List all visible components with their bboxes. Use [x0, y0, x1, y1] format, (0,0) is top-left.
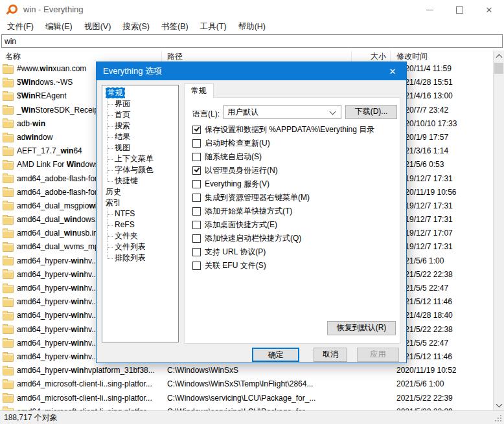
menu-item[interactable]: 视图(V)	[78, 19, 117, 34]
column-header-size[interactable]: 大小	[352, 50, 391, 62]
tree-item-上下文菜单[interactable]: 上下文菜单	[102, 153, 178, 164]
table-row[interactable]: amd64_microsoft-client-li..sing-platfor.…	[0, 392, 493, 405]
scroll-up-button[interactable]	[494, 50, 504, 61]
tree-item-常规[interactable]: 常规	[102, 87, 178, 98]
file-name: amd64_hyperv-winhv...	[17, 282, 98, 295]
checkbox-unchecked-icon[interactable]	[192, 180, 201, 188]
folder-icon	[3, 216, 14, 225]
window-titlebar: win - Everything ✕	[0, 0, 504, 19]
table-row[interactable]: amd64_microsoft-client-li..sing-platfor.…	[0, 377, 493, 391]
checkbox-unchecked-icon[interactable]	[192, 194, 201, 202]
checkbox-row[interactable]: 添加桌面快捷方式(E)	[192, 219, 277, 230]
file-name: amd64_dual_wvms_mp...	[17, 240, 106, 254]
scrollbar-thumb[interactable]	[494, 63, 503, 74]
folder-icon	[3, 285, 14, 293]
tree-item-排除列表[interactable]: 排除列表	[102, 252, 178, 263]
restore-defaults-button[interactable]: 恢复到默认(R)	[327, 321, 396, 335]
checkbox-row[interactable]: 添加快速启动栏快捷方式(Q)	[192, 233, 301, 243]
ok-button[interactable]: 确定	[252, 348, 299, 362]
folder-icon	[3, 134, 14, 142]
menu-item[interactable]: 编辑(E)	[40, 19, 78, 34]
checkbox-row[interactable]: Everything 服务(V)	[192, 179, 269, 189]
menu-item[interactable]: 工具(T)	[194, 19, 233, 34]
folder-icon	[3, 106, 14, 115]
tree-item-视图[interactable]: 视图	[102, 142, 178, 153]
close-button[interactable]: ✕	[474, 0, 504, 19]
folder-icon	[3, 230, 14, 238]
checkbox-label: 添加开始菜单快捷方式(T)	[205, 206, 292, 217]
minimize-button[interactable]	[415, 0, 444, 19]
tree-item-界面[interactable]: 界面	[102, 98, 178, 109]
scroll-down-button[interactable]	[494, 399, 504, 410]
file-name: $Windows.~WS	[17, 76, 73, 89]
checkbox-label: 启动时检查更新(U)	[205, 138, 270, 149]
menu-item[interactable]: 搜索(S)	[117, 19, 155, 34]
tree-item-selected-label: 常规	[106, 87, 125, 98]
folder-icon	[3, 367, 14, 375]
checkbox-unchecked-icon[interactable]	[192, 139, 201, 148]
tree-item-结果[interactable]: 结果	[102, 131, 178, 142]
minimize-icon	[426, 10, 433, 10]
checkbox-row[interactable]: 支持 URL 协议(P)	[192, 247, 266, 257]
checkbox-checked-icon[interactable]	[192, 166, 201, 175]
language-selected-value: 用户默认	[227, 107, 258, 117]
tree-item-NTFS[interactable]: NTFS	[102, 208, 178, 219]
column-header-modified[interactable]: 修改时间	[391, 50, 490, 62]
row-modified-cell: 2021/5/6 1:00	[391, 377, 493, 391]
tab-general[interactable]: 常规	[184, 84, 214, 98]
cancel-button[interactable]: 取消	[314, 348, 347, 362]
checkbox-unchecked-icon[interactable]	[192, 234, 201, 243]
file-name: amd64_dual_windows...	[17, 213, 102, 227]
window-title: win - Everything	[23, 0, 83, 19]
tree-item-搜索[interactable]: 搜索	[102, 120, 178, 131]
dialog-close-button[interactable]: ✕	[379, 62, 406, 80]
menu-item[interactable]: 帮助(H)	[233, 19, 271, 34]
tree-item-快捷键[interactable]: 快捷键	[102, 175, 178, 186]
general-tab-page: 语言(L): 用户默认 下载(D)... 保存设置和数据到 %APPDATA%\…	[184, 97, 400, 344]
checkbox-row[interactable]: 保存设置和数据到 %APPDATA%\Everything 目录	[192, 124, 374, 135]
checkbox-unchecked-icon[interactable]	[192, 248, 201, 256]
tree-item-文件夹[interactable]: 文件夹	[102, 230, 178, 241]
tree-item-索引[interactable]: 索引	[102, 197, 178, 208]
tree-item-ReFS[interactable]: ReFS	[102, 219, 178, 230]
checkbox-unchecked-icon[interactable]	[192, 207, 201, 216]
language-select[interactable]: 用户默认	[223, 105, 341, 119]
checkbox-row[interactable]: 关联 EFU 文件(S)	[192, 260, 266, 271]
checkbox-unchecked-icon[interactable]	[192, 221, 201, 229]
checkbox-unchecked-icon[interactable]	[192, 262, 201, 270]
row-path-cell: C:\Windows\servicing\LCU\Package_for_...	[162, 392, 356, 405]
menu-item[interactable]: 书签(B)	[155, 19, 194, 34]
file-name: amd64_hyperv-winhvplatform_31bf38...	[17, 364, 155, 377]
tree-item-历史[interactable]: 历史	[102, 186, 178, 197]
checkbox-row[interactable]: 集成到资源管理器右键菜单(M)	[192, 192, 310, 203]
checkbox-unchecked-icon[interactable]	[192, 153, 201, 161]
maximize-button[interactable]	[444, 0, 474, 19]
checkbox-row[interactable]: 随系统自启动(S)	[192, 151, 262, 162]
checkbox-label: 添加快速启动栏快捷方式(Q)	[205, 233, 301, 244]
checkbox-checked-icon[interactable]	[192, 126, 201, 134]
download-button[interactable]: 下载(D)...	[345, 105, 397, 119]
table-row[interactable]: amd64_hyperv-winhvplatform_31bf38...C:\W…	[0, 364, 493, 377]
tree-item-字体与颜色[interactable]: 字体与颜色	[102, 164, 178, 175]
resize-grip[interactable]	[500, 420, 501, 421]
tree-item-首页[interactable]: 首页	[102, 109, 178, 120]
menu-item[interactable]: 文件(F)	[1, 19, 40, 34]
file-name: AMD Link For Windows...	[17, 158, 106, 172]
column-header-name[interactable]: 名称	[0, 50, 162, 62]
checkbox-row[interactable]: 启动时检查更新(U)	[192, 138, 270, 148]
dialog-titlebar[interactable]: Everything 选项 ✕	[97, 62, 406, 80]
row-size-cell	[352, 364, 391, 377]
checkbox-label: Everything 服务(V)	[205, 179, 269, 190]
table-row[interactable]: amd64_microsoft-client-li..sing-platfor.…	[0, 405, 493, 410]
checkbox-row[interactable]: 以管理员身份运行(N)	[192, 165, 278, 175]
tree-item-文件列表[interactable]: 文件列表	[102, 241, 178, 252]
search-input[interactable]	[2, 35, 502, 47]
row-size-cell	[352, 392, 391, 405]
folder-icon	[3, 312, 14, 320]
column-header-path[interactable]: 路径	[162, 50, 352, 62]
checkbox-row[interactable]: 添加开始菜单快捷方式(T)	[192, 206, 292, 216]
file-name: adwindow	[17, 131, 52, 144]
menu-bar: 文件(F)编辑(E)视图(V)搜索(S)书签(B)工具(T)帮助(H)	[0, 19, 504, 34]
vertical-scrollbar[interactable]	[493, 50, 504, 410]
dialog-close-icon: ✕	[389, 67, 396, 76]
